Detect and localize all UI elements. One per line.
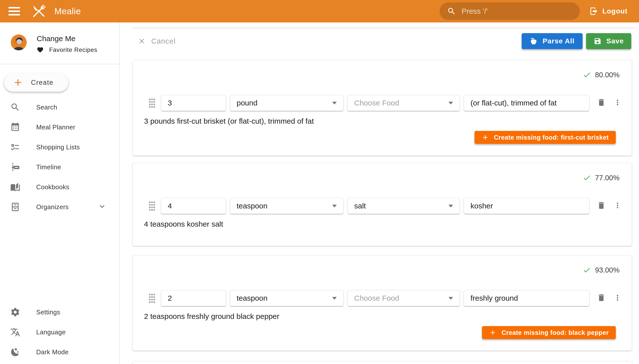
avatar	[11, 34, 27, 50]
content-divider	[132, 28, 634, 28]
confidence-value: 80.00%	[595, 71, 619, 79]
parse-all-button[interactable]: Parse All	[522, 33, 583, 49]
create-missing-food-label: Create missing food: first-cut brisket	[494, 134, 609, 141]
dropdown-arrow-icon	[449, 205, 453, 208]
sidebar-item-label: Organizers	[36, 203, 69, 211]
confidence-indicator: 80.00%	[583, 70, 619, 79]
sidebar-item-shopping-lists[interactable]: Shopping Lists	[0, 137, 119, 157]
cancel-label: Cancel	[151, 37, 175, 46]
chevron-down-icon[interactable]	[97, 202, 107, 212]
sidebar-item-timeline[interactable]: Timeline	[0, 157, 119, 177]
sidebar-item-label: Settings	[36, 308, 60, 316]
sidebar-item-organizers[interactable]: Organizers	[0, 197, 119, 217]
user-name: Change Me	[37, 34, 97, 43]
sidebar-item-label: Search	[36, 104, 57, 111]
sidebar-item-language[interactable]: Language	[0, 322, 119, 342]
unit-select[interactable]: teaspoon	[230, 290, 343, 306]
search-icon	[10, 102, 20, 112]
search-icon	[447, 7, 456, 16]
sidebar-item-label: Shopping Lists	[36, 143, 80, 151]
create-missing-food-label: Create missing food: black pepper	[502, 329, 609, 336]
drag-handle-icon[interactable]	[147, 200, 156, 212]
dropdown-arrow-icon	[332, 205, 337, 208]
search-input[interactable]: Press '/'	[440, 2, 580, 20]
plus-icon	[13, 77, 24, 88]
more-options-icon[interactable]	[613, 98, 622, 108]
plus-icon	[489, 329, 497, 336]
ingredient-parser-toolbar: Cancel Parse All Save	[132, 33, 631, 49]
food-select[interactable]: Choose Food	[347, 95, 460, 111]
sidebar-divider	[0, 64, 119, 64]
main-content: Cancel Parse All Save 80.00% po	[120, 22, 639, 364]
sidebar-item-label: Dark Mode	[36, 348, 69, 356]
dropdown-arrow-icon	[332, 297, 337, 300]
quantity-input[interactable]	[161, 290, 226, 306]
delete-icon[interactable]	[597, 293, 606, 303]
unit-select[interactable]: teaspoon	[230, 198, 343, 214]
sidebar-item-label: Cookbooks	[36, 183, 69, 191]
unit-value: teaspoon	[237, 294, 267, 302]
quantity-input[interactable]	[161, 198, 226, 214]
book-icon	[10, 182, 20, 192]
translate-icon	[10, 327, 20, 337]
confidence-value: 77.00%	[595, 174, 619, 182]
delete-icon[interactable]	[597, 201, 606, 211]
checklist-icon	[10, 142, 20, 152]
logout-label: Logout	[602, 7, 627, 15]
hamburger-menu-icon[interactable]	[9, 6, 20, 16]
create-missing-food-button[interactable]: Create missing food: first-cut brisket	[475, 131, 616, 144]
drag-handle-icon[interactable]	[147, 293, 156, 304]
food-select[interactable]: Choose Food	[347, 290, 460, 306]
note-input[interactable]	[464, 198, 589, 214]
food-placeholder: Choose Food	[354, 99, 399, 107]
food-select[interactable]: salt	[347, 198, 460, 214]
sidebar-item-meal-planner[interactable]: Meal Planner	[0, 117, 119, 137]
heart-icon	[37, 46, 44, 53]
sidebar-item-label: Timeline	[36, 163, 61, 171]
user-block[interactable]: Change Me Favorite Recipes	[11, 34, 119, 53]
sidebar: Change Me Favorite Recipes Create Search…	[0, 22, 120, 364]
sidebar-item-dark-mode[interactable]: Dark Mode	[0, 342, 119, 362]
sidebar-item-cookbooks[interactable]: Cookbooks	[0, 177, 119, 197]
more-options-icon[interactable]	[613, 294, 622, 303]
unit-select[interactable]: pound	[230, 95, 343, 111]
cancel-button[interactable]: Cancel	[138, 37, 175, 46]
delete-icon[interactable]	[597, 98, 606, 108]
create-missing-food-button[interactable]: Create missing food: black pepper	[482, 326, 616, 339]
logout-icon	[589, 7, 598, 16]
parsed-ingredient-text: 3 pounds first-cut brisket (or flat-cut)…	[144, 117, 314, 126]
parsed-ingredient-text: 4 teaspoons kosher salt	[144, 220, 223, 228]
ingredient-fields-row: pound Choose Food	[147, 95, 622, 111]
sidebar-nav: Search Meal Planner Shopping Lists Timel…	[0, 97, 119, 217]
app-title: Mealie	[54, 6, 81, 16]
check-icon	[583, 70, 591, 79]
ingredient-card: 80.00% pound Choose Food	[132, 60, 632, 156]
drag-handle-icon[interactable]	[147, 98, 156, 108]
check-icon	[583, 266, 591, 274]
dropdown-arrow-icon	[332, 102, 337, 104]
ingredient-card	[132, 361, 632, 364]
sidebar-item-search[interactable]: Search	[0, 97, 119, 117]
app-header: Mealie Press '/' Logout	[0, 0, 639, 22]
logout-button[interactable]: Logout	[589, 7, 627, 16]
more-options-icon[interactable]	[613, 201, 622, 211]
note-input[interactable]	[464, 290, 589, 306]
ingredient-fields-row: teaspoon Choose Food	[147, 290, 622, 306]
create-button[interactable]: Create	[4, 73, 68, 92]
save-button[interactable]: Save	[586, 33, 631, 49]
quantity-input[interactable]	[161, 95, 226, 111]
favorite-recipes-label: Favorite Recipes	[49, 46, 97, 53]
calendar-icon	[10, 122, 20, 132]
sidebar-bottom-nav: Settings Language Dark Mode	[0, 302, 119, 362]
ingredient-card-list: 80.00% pound Choose Food	[132, 60, 632, 364]
sidebar-item-settings[interactable]: Settings	[0, 302, 119, 322]
check-icon	[583, 174, 591, 182]
apple-icon	[530, 37, 538, 45]
create-button-label: Create	[31, 79, 53, 86]
food-placeholder: Choose Food	[354, 294, 399, 302]
favorite-recipes-link[interactable]: Favorite Recipes	[37, 46, 97, 53]
dropdown-arrow-icon	[449, 297, 453, 300]
note-input[interactable]	[464, 95, 589, 111]
ingredient-card: 77.00% teaspoon salt	[132, 163, 632, 246]
parsed-ingredient-text: 2 teaspoons freshly ground black pepper	[144, 312, 279, 320]
